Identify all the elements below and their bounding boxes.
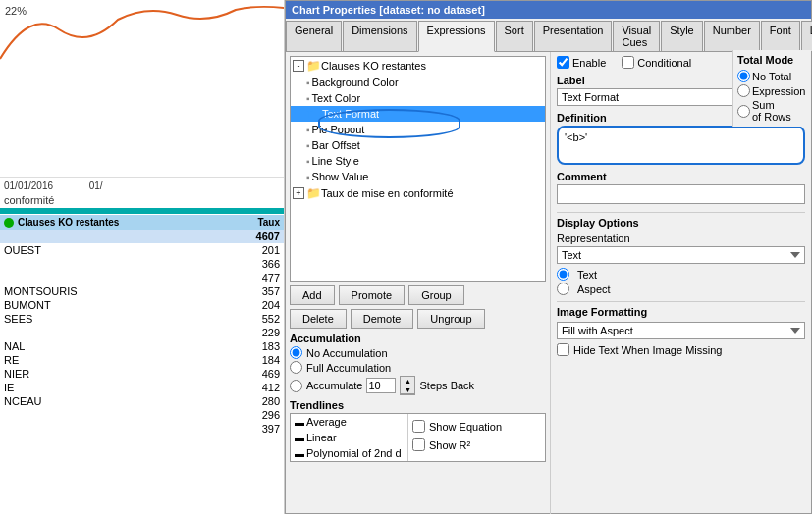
conditional-checkbox[interactable] (622, 56, 634, 69)
row-label: NCEAU (4, 395, 262, 407)
tree-item-pie-popout[interactable]: ▪ Pie Popout (291, 122, 545, 137)
row-label: RE (4, 354, 262, 366)
tree-label-line-style: Line Style (312, 155, 359, 167)
radio-no-accum-input[interactable] (290, 346, 302, 359)
tab-sort[interactable]: Sort (496, 21, 533, 51)
hide-text-checkbox[interactable] (557, 343, 569, 356)
tab-style[interactable]: Style (661, 21, 702, 51)
table-row: RE 184 (0, 353, 284, 367)
tab-layout[interactable]: Layout (801, 21, 812, 51)
tree-item-show-value[interactable]: ▪ Show Value (291, 169, 545, 184)
promote-button[interactable]: Promote (339, 285, 406, 305)
demote-button[interactable]: Demote (351, 309, 414, 329)
table-row: IE 412 (0, 381, 284, 394)
tree-item-bg-color[interactable]: ▪ Background Color (291, 75, 545, 90)
tab-number[interactable]: Number (704, 21, 760, 51)
svg-text:22%: 22% (5, 5, 27, 17)
radio-text-input[interactable] (557, 268, 569, 281)
row-value: 477 (262, 272, 280, 283)
row-value: 296 (262, 409, 280, 421)
chart-table-body: OUEST 201 366 477 MONTSOURIS 357 BUMONT … (0, 243, 284, 436)
tree-item-taux[interactable]: + 📁 Taux de mise en conformité (291, 184, 545, 202)
tree-label-show-value: Show Value (312, 171, 369, 182)
trendline-poly[interactable]: ▬ Polynomial of 2nd d (291, 445, 407, 461)
accumulation-title: Accumulation (290, 333, 546, 344)
properties-dialog: Chart Properties [dataset: no dataset] G… (285, 0, 812, 514)
row-label (4, 272, 262, 283)
teal-bar (0, 208, 284, 214)
show-equation-label: Show Equation (429, 421, 502, 433)
row-value: 201 (262, 244, 280, 256)
show-r2-check[interactable] (412, 438, 425, 451)
radio-aspect-row: Aspect (557, 283, 805, 295)
trendline-average[interactable]: ▬ Average (291, 414, 407, 430)
chart-svg: 22% (0, 0, 284, 177)
table-row: NIER 469 (0, 367, 284, 381)
radio-accum-input[interactable] (290, 380, 302, 392)
steps-label: Steps Back (419, 380, 474, 391)
tree-item-text-format[interactable]: T Text Format (291, 106, 545, 122)
item-icon-pp: ▪ (306, 125, 310, 135)
row-label: OUEST (4, 244, 262, 256)
definition-box[interactable]: '<b>' (557, 126, 805, 165)
trendlines-inner: ▬ Average ▬ Linear ▬ Polynomial of 2nd d (291, 414, 545, 461)
representation-select[interactable]: Text Image Info Bubble (557, 246, 805, 264)
radio-no-total-input[interactable] (737, 70, 750, 82)
total-row: 4607 (0, 230, 284, 243)
tree-toggle[interactable]: - (293, 60, 304, 72)
tree-root[interactable]: - 📁 Clauses KO restantes (291, 57, 545, 75)
image-formatting: Image Formatting Fill with Aspect Fill F… (557, 301, 805, 356)
tree-label-text-color: Text Color (312, 92, 361, 104)
delete-button[interactable]: Delete (290, 309, 347, 329)
definition-value: '<b>' (565, 131, 587, 143)
chart-visual: 22% (0, 0, 284, 177)
tree-item-bar-offset[interactable]: ▪ Bar Offset (291, 137, 545, 153)
tab-dimensions[interactable]: Dimensions (343, 21, 416, 51)
radio-no-accum-label: No Accumulation (306, 347, 388, 359)
trendline-linear[interactable]: ▬ Linear (291, 430, 407, 445)
show-r2-label: Show R² (429, 439, 470, 451)
show-equation-check[interactable] (412, 420, 425, 433)
radio-text-row: Text (557, 268, 805, 281)
spinner-up[interactable]: ▲ (401, 377, 414, 386)
ungroup-button[interactable]: Ungroup (417, 309, 484, 329)
tab-bar: General Dimensions Expressions Sort Pres… (286, 19, 811, 52)
right-column: Enable Conditional Label Definition '<b>… (551, 52, 811, 514)
folder-icon-taux: 📁 (306, 186, 321, 200)
tree-item-line-style[interactable]: ▪ Line Style (291, 153, 545, 169)
steps-spinner[interactable]: ▲ ▼ (400, 376, 415, 395)
trendline-icon-avg: ▬ (295, 417, 304, 428)
tab-visual-cues[interactable]: Visual Cues (613, 21, 660, 51)
table-header-col1: Clauses KO restantes (18, 217, 257, 228)
trendline-label-poly: Polynomial of 2nd d (306, 447, 402, 459)
tab-expressions[interactable]: Expressions (418, 21, 495, 52)
tree-item-text-color[interactable]: ▪ Text Color (291, 90, 545, 106)
radio-aspect-input[interactable] (557, 283, 569, 295)
table-header-col2: Taux (257, 217, 280, 228)
comment-section: Comment (557, 171, 805, 204)
dialog-title: Chart Properties [dataset: no dataset] (286, 1, 811, 19)
row-label: NAL (4, 340, 262, 352)
comment-box[interactable] (557, 184, 805, 204)
add-button[interactable]: Add (290, 285, 335, 305)
radio-full-accum-input[interactable] (290, 361, 302, 374)
row-value: 280 (262, 395, 280, 407)
radio-expression-label: Expression (752, 85, 805, 97)
radio-expression-input[interactable] (737, 84, 750, 97)
display-options-title: Display Options (557, 217, 805, 229)
fill-select[interactable]: Fill with Aspect Fill Fit Clip (557, 322, 805, 339)
spinner-down[interactable]: ▼ (401, 386, 414, 394)
radio-sum-input[interactable] (737, 105, 750, 118)
tree-toggle-taux[interactable]: + (293, 187, 304, 199)
tab-general[interactable]: General (286, 21, 342, 51)
tab-presentation[interactable]: Presentation (534, 21, 613, 51)
radio-full-accumulation: Full Accumulation (290, 361, 546, 374)
table-row: SEES 552 (0, 312, 284, 326)
tab-font[interactable]: Font (761, 21, 800, 51)
enable-checkbox[interactable] (557, 56, 569, 69)
radio-no-total: No Total (737, 70, 807, 82)
group-button[interactable]: Group (408, 285, 464, 305)
row-value: 366 (262, 258, 280, 270)
radio-full-accum-label: Full Accumulation (306, 362, 391, 374)
steps-input[interactable] (366, 378, 396, 393)
